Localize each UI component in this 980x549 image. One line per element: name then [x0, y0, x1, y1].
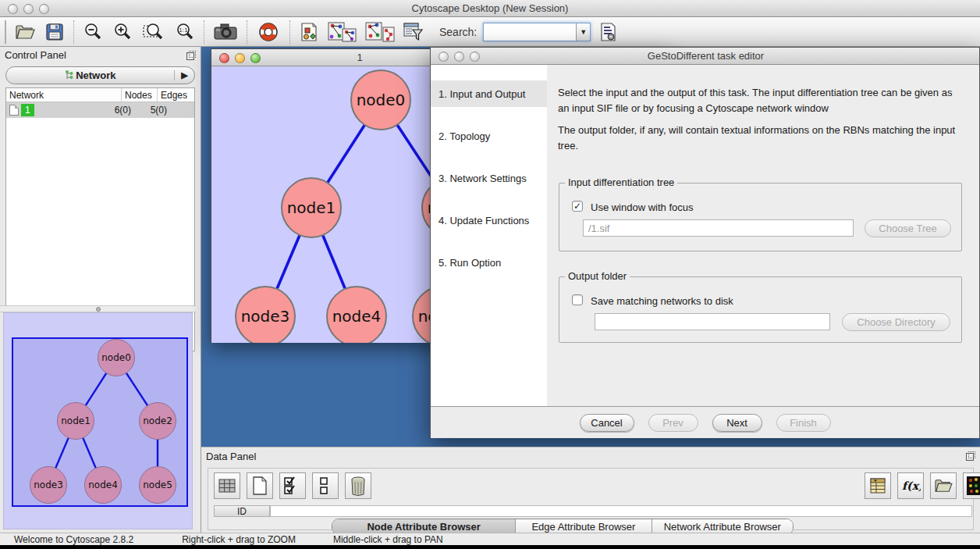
overview-node[interactable]: node2	[139, 402, 176, 440]
zoom-window-icon[interactable]	[250, 53, 261, 63]
network-merge-a-icon[interactable]	[325, 20, 360, 45]
zoom-actual-size-icon[interactable]: 1:1	[172, 20, 198, 45]
network-name-badge: 1	[21, 104, 34, 116]
input-tree-group: Input differentiation tree ✓ Use window …	[559, 183, 962, 251]
prev-button[interactable]: Prev	[648, 414, 698, 432]
save-session-icon[interactable]	[41, 20, 68, 45]
open-attribute-file-icon[interactable]	[930, 472, 957, 499]
col-network[interactable]: Network	[6, 88, 122, 102]
attribute-grid-icon[interactable]	[214, 472, 240, 499]
tab-network-label: Network	[76, 70, 115, 81]
step-update-functions[interactable]: 4. Update Functions	[431, 207, 547, 234]
panel-splitter[interactable]	[0, 305, 196, 312]
network-doc-icon	[9, 105, 19, 116]
new-attribute-doc-icon[interactable]	[247, 472, 273, 499]
status-bar: Welcome to Cytoscape 2.8.2 Right-click +…	[0, 533, 980, 545]
save-networks-checkbox-label[interactable]: Save matching networks to disk	[591, 294, 733, 309]
step-topology[interactable]: 2. Topology	[431, 123, 547, 149]
overview-node[interactable]: node0	[98, 339, 135, 376]
control-panel: Control Panel Network ▶ Network Nodes Ed…	[0, 47, 201, 533]
step-input-and-output[interactable]: 1. Input and Output	[431, 80, 547, 107]
snapshot-camera-icon[interactable]	[210, 20, 241, 45]
filter-funnel-icon[interactable]	[400, 20, 427, 45]
minimize-icon[interactable]	[235, 53, 245, 63]
toolbar-grip[interactable]	[5, 20, 7, 44]
search-settings-icon[interactable]	[595, 20, 622, 45]
dialog-title: GeStoDifferent task editor	[431, 50, 980, 62]
step-run-option[interactable]: 5. Run Option	[431, 249, 547, 276]
cancel-button[interactable]: Cancel	[580, 414, 634, 432]
graph-node[interactable]: node4	[326, 286, 387, 343]
col-nodes[interactable]: Nodes	[122, 88, 158, 102]
search-box: ▼	[483, 23, 591, 41]
vizmapper-doc-icon[interactable]	[296, 20, 322, 45]
dialog-intro-1: Select the input and the output of this …	[558, 85, 965, 116]
finish-button[interactable]: Finish	[776, 414, 831, 432]
col-edges[interactable]: Edges	[158, 88, 192, 102]
network-nodes-count: 6(0)	[115, 102, 151, 118]
tab-overflow-arrow-icon[interactable]: ▶	[174, 70, 194, 80]
save-networks-checkbox[interactable]	[572, 294, 583, 305]
network-window-title: 1	[328, 52, 391, 63]
control-panel-title: Control Panel	[5, 49, 66, 61]
input-tree-field[interactable]	[583, 219, 854, 237]
search-dropdown-arrow[interactable]: ▼	[576, 23, 590, 41]
output-folder-field[interactable]	[595, 313, 830, 330]
attribute-matrix-icon[interactable]	[963, 472, 980, 499]
dialog-button-bar: Cancel Prev Next Finish	[431, 406, 979, 438]
network-overview[interactable]: node0 node1 node2 node3 node4 node5	[3, 312, 193, 529]
choose-directory-button[interactable]: Choose Directory	[842, 313, 950, 331]
choose-tree-button[interactable]: Choose Tree	[865, 219, 951, 237]
graph-node[interactable]: node0	[350, 70, 411, 130]
screen-bottom-edge	[0, 545, 980, 549]
zoom-in-icon[interactable]	[109, 20, 136, 45]
data-panel-title: Data Panel	[206, 451, 256, 462]
tab-network[interactable]: Network ▶	[5, 66, 195, 84]
app-titlebar: Cytoscape Desktop (New Session)	[0, 0, 980, 17]
network-list-row[interactable]: 1 6(0) 5(0)	[6, 102, 194, 118]
graph-node[interactable]: node1	[281, 177, 342, 238]
dialog-intro-2: The output folder, if any, will contain …	[558, 123, 965, 154]
unselect-attributes-icon[interactable]	[312, 472, 339, 499]
data-panel-toolbar	[214, 472, 378, 499]
data-panel: Data Panel f(x)	[201, 447, 980, 533]
zoom-out-icon[interactable]	[80, 20, 106, 45]
overview-node[interactable]: node4	[84, 466, 122, 504]
svg-text:f(x): f(x)	[902, 479, 921, 492]
input-tree-group-label: Input differentiation tree	[565, 176, 677, 188]
dialog-steps: 1. Input and Output 2. Topology 3. Netwo…	[431, 65, 547, 406]
help-lifering-icon[interactable]	[253, 20, 284, 45]
output-folder-group: Output folder Save matching networks to …	[559, 276, 962, 343]
float-panel-icon[interactable]	[966, 451, 975, 461]
overview-node[interactable]: node3	[30, 466, 67, 504]
float-panel-icon[interactable]	[186, 51, 196, 60]
use-window-checkbox-label[interactable]: Use window with focus	[591, 200, 694, 216]
cytoscape-desktop: Cytoscape Desktop (New Session) 1:1	[0, 0, 980, 549]
data-panel-header: Data Panel	[201, 447, 980, 465]
open-file-icon[interactable]	[12, 20, 38, 45]
graph-node[interactable]: node3	[235, 286, 296, 343]
search-input[interactable]	[484, 24, 576, 40]
main-toolbar: 1:1 Search: ▼	[0, 17, 980, 47]
status-pan-hint: Middle-click + drag to PAN	[333, 534, 443, 545]
next-button[interactable]: Next	[712, 414, 762, 432]
close-icon[interactable]	[219, 53, 229, 63]
search-label: Search:	[439, 26, 477, 38]
id-column-header[interactable]: ID	[214, 505, 270, 517]
import-attribute-table-icon[interactable]	[865, 472, 891, 499]
select-attributes-icon[interactable]	[279, 472, 306, 499]
dialog-titlebar: GeStoDifferent task editor	[431, 48, 979, 65]
status-zoom-hint: Right-click + drag to ZOOM	[182, 534, 296, 545]
network-merge-b-icon[interactable]	[363, 20, 397, 45]
app-title: Cytoscape Desktop (New Session)	[0, 2, 980, 14]
function-builder-icon[interactable]: f(x)	[897, 472, 924, 499]
overview-node[interactable]: node5	[139, 466, 176, 504]
delete-attribute-icon[interactable]	[345, 472, 371, 499]
overview-node[interactable]: node1	[57, 402, 94, 440]
status-welcome: Welcome to Cytoscape 2.8.2	[14, 534, 133, 545]
svg-text:1:1: 1:1	[179, 27, 187, 34]
attribute-row-empty	[270, 505, 972, 517]
step-network-settings[interactable]: 3. Network Settings	[431, 165, 547, 191]
zoom-selected-region-icon[interactable]	[139, 20, 169, 45]
use-window-checkbox[interactable]: ✓	[572, 201, 583, 212]
